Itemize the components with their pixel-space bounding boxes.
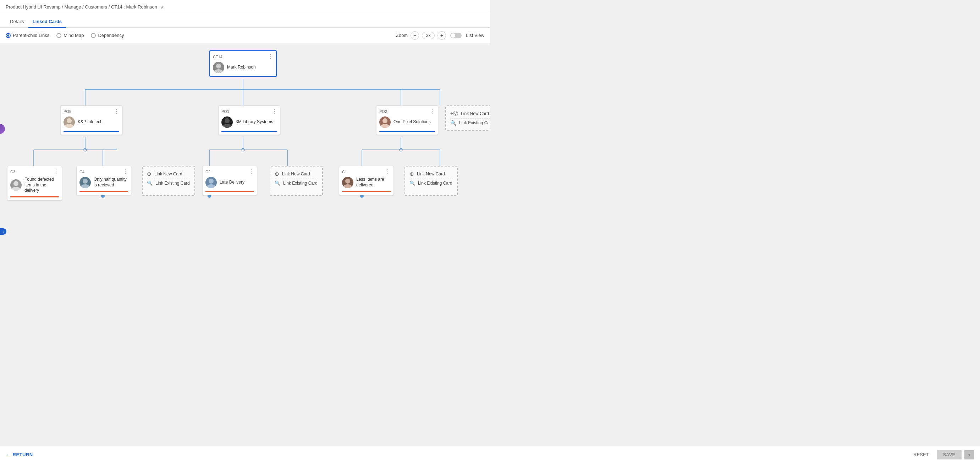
- card-po5[interactable]: PO5 ⋮ K&P Infotech: [60, 105, 123, 135]
- link-existing-label-l1: Link Existing Card: [459, 120, 490, 125]
- radio-icon-parent-child: [6, 33, 11, 38]
- radio-icon-dependency: [91, 33, 96, 38]
- card-po5-bar: [64, 131, 119, 132]
- link-card-po1: ⊕ Link New Card 🔍 Link Existing Card: [270, 166, 323, 196]
- svg-point-41: [208, 179, 213, 184]
- plus-icon-l1: +Ⓒ: [450, 110, 458, 117]
- card-c2-menu[interactable]: ⋮: [248, 169, 254, 175]
- link-existing-card-po5-button[interactable]: 🔍 Link Existing Card: [147, 179, 190, 187]
- search-icon-po5: 🔍: [147, 180, 153, 186]
- link-existing-po2-label: Link Existing Card: [418, 181, 452, 186]
- card-po1-body: 3M Library Systems: [221, 117, 277, 128]
- card-po2-bar: [379, 131, 435, 132]
- tab-details[interactable]: Details: [6, 16, 29, 28]
- view-mode-group: Parent-child Links Mind Map Dependency: [6, 33, 124, 38]
- card-c3-avatar: [10, 179, 22, 191]
- card-po2-name: One Pixel Solutions: [393, 119, 431, 125]
- card-po2-menu[interactable]: ⋮: [430, 109, 435, 114]
- radio-dependency[interactable]: Dependency: [91, 33, 124, 38]
- card-c1-id: C1: [342, 170, 347, 174]
- card-c4[interactable]: C4 ⋮ Only half quantity is recieved: [76, 166, 131, 195]
- card-po1[interactable]: PO1 ⋮ 3M Library Systems: [218, 105, 280, 135]
- card-c2[interactable]: C2 ⋮ Late Delivery: [202, 166, 257, 195]
- card-ct14[interactable]: CT14 ⋮ Mark Robinson: [209, 50, 277, 77]
- card-po1-id: PO1: [221, 109, 229, 113]
- link-existing-card-po1-button[interactable]: 🔍 Link Existing Card: [275, 179, 318, 187]
- card-po2-id: PO2: [379, 109, 387, 113]
- radio-mind-map[interactable]: Mind Map: [56, 33, 84, 38]
- card-ct14-id: CT14: [213, 55, 223, 59]
- favorite-icon[interactable]: ★: [160, 4, 165, 10]
- link-new-card-po2-button[interactable]: ⊕ Link New Card: [409, 169, 453, 179]
- card-c3[interactable]: C3 ⋮ Found defected items in the deliver…: [7, 166, 62, 201]
- side-panel-orb[interactable]: [0, 124, 5, 134]
- link-existing-card-po2-button[interactable]: 🔍 Link Existing Card: [409, 179, 453, 187]
- plus-icon-po2: ⊕: [409, 171, 414, 177]
- svg-point-43: [345, 179, 350, 184]
- card-c4-body: Only half quantity is recieved: [80, 177, 128, 188]
- svg-point-40: [81, 184, 89, 188]
- link-card-po2: ⊕ Link New Card 🔍 Link Existing Card: [404, 166, 458, 196]
- collapse-panel-button[interactable]: ‹: [0, 228, 6, 232]
- zoom-in-button[interactable]: +: [438, 31, 446, 40]
- zoom-out-button[interactable]: −: [410, 31, 419, 40]
- card-po5-id: PO5: [64, 109, 71, 113]
- svg-point-36: [381, 124, 389, 128]
- list-view-toggle[interactable]: [450, 33, 461, 38]
- card-ct14-menu[interactable]: ⋮: [267, 54, 273, 60]
- radio-icon-mind-map: [56, 33, 61, 38]
- svg-point-39: [83, 179, 88, 184]
- link-existing-po5-label: Link Existing Card: [156, 181, 190, 186]
- card-c4-id: C4: [80, 170, 84, 174]
- card-po5-header: PO5 ⋮: [64, 109, 119, 114]
- link-new-po5-label: Link New Card: [154, 171, 182, 176]
- card-po5-name: K&P Infotech: [78, 119, 103, 125]
- radio-label-dependency: Dependency: [98, 33, 124, 38]
- svg-point-30: [214, 69, 223, 73]
- breadcrumb-text: Product Hybrid UI Revamp / Manage / Cust…: [6, 4, 157, 10]
- svg-point-13: [242, 148, 245, 151]
- card-po2[interactable]: PO2 ⋮ One Pixel Solutions: [376, 105, 438, 135]
- card-c4-name: Only half quantity is recieved: [94, 177, 128, 188]
- card-ct14-body: Mark Robinson: [213, 62, 273, 73]
- card-c3-name: Found defected items in the delivery: [24, 177, 59, 193]
- card-c4-avatar: [80, 177, 91, 188]
- card-c3-id: C3: [10, 170, 15, 174]
- card-c4-header: C4 ⋮: [80, 169, 128, 175]
- svg-point-8: [84, 148, 87, 151]
- svg-point-37: [13, 181, 18, 186]
- radio-parent-child[interactable]: Parent-child Links: [6, 33, 49, 38]
- card-c1-header: C1 ⋮: [342, 169, 391, 175]
- canvas: CT14 ⋮ Mark Robinson PO5 ⋮ K&P Infotech …: [0, 43, 490, 214]
- link-new-label-l1: Link New Card: [461, 111, 489, 116]
- card-po1-menu[interactable]: ⋮: [271, 109, 277, 114]
- link-new-card-po5-button[interactable]: ⊕ Link New Card: [147, 169, 190, 179]
- card-po1-bar: [221, 131, 277, 132]
- card-c3-bar: [10, 196, 59, 197]
- zoom-label: Zoom: [396, 33, 408, 38]
- card-ct14-name: Mark Robinson: [227, 65, 256, 70]
- card-c4-menu[interactable]: ⋮: [123, 169, 128, 175]
- card-c2-name: Late Delivery: [220, 180, 245, 185]
- card-c1-menu[interactable]: ⋮: [385, 169, 391, 175]
- radio-label-parent-child: Parent-child Links: [13, 33, 49, 38]
- svg-point-42: [207, 184, 215, 188]
- card-c3-menu[interactable]: ⋮: [53, 169, 59, 175]
- header: ‹ Product Hybrid UI Revamp / Manage / Cu…: [0, 0, 490, 14]
- link-new-card-po1-button[interactable]: ⊕ Link New Card: [275, 169, 318, 179]
- plus-icon-po5: ⊕: [147, 171, 151, 177]
- card-c1[interactable]: C1 ⋮ Less Items are delivered: [339, 166, 394, 195]
- card-c1-avatar: [342, 177, 353, 188]
- tab-linked-cards[interactable]: Linked Cards: [29, 16, 66, 28]
- plus-icon-po1: ⊕: [275, 171, 279, 177]
- card-c2-avatar: [205, 177, 217, 188]
- link-new-card-l1-button[interactable]: +Ⓒ Link New Card: [450, 109, 490, 118]
- list-view-label: List View: [466, 33, 484, 38]
- svg-point-44: [344, 184, 352, 188]
- svg-point-29: [216, 64, 221, 69]
- svg-point-18: [399, 148, 402, 151]
- card-po5-menu[interactable]: ⋮: [113, 109, 119, 114]
- link-existing-card-l1-button[interactable]: 🔍 Link Existing Card: [450, 118, 490, 127]
- card-po5-body: K&P Infotech: [64, 117, 119, 128]
- breadcrumb: Product Hybrid UI Revamp / Manage / Cust…: [6, 4, 157, 10]
